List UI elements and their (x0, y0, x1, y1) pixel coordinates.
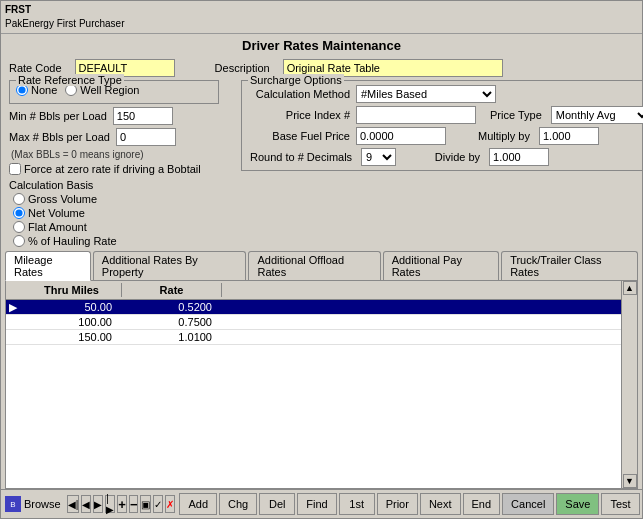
base-fuel-input[interactable] (356, 127, 446, 145)
max-bbls-row: Max # Bbls per Load (9, 128, 219, 146)
cancel-button[interactable]: Cancel (502, 493, 554, 515)
force-zero-checkbox[interactable] (9, 163, 21, 175)
td-rate: 0.5200 (120, 300, 220, 314)
nav-add-btn[interactable]: + (117, 495, 127, 513)
scroll-down-btn[interactable]: ▼ (623, 474, 637, 488)
radio-flat-amount-input[interactable] (13, 221, 25, 233)
price-index-input[interactable] (356, 106, 476, 124)
page-title: Driver Rates Maintenance (1, 34, 642, 55)
nav-del-btn[interactable]: − (129, 495, 139, 513)
tab-truck-trailer-class-rates[interactable]: Truck/Trailer Class Rates (501, 251, 638, 280)
find-button[interactable]: Find (297, 493, 336, 515)
table-header: Thru Miles Rate (6, 281, 621, 300)
table-area: Thru Miles Rate ▶ 50.00 0.5200 100.00 0.… (5, 280, 638, 489)
end-button[interactable]: End (463, 493, 501, 515)
max-bbls-input[interactable] (116, 128, 176, 146)
rate-reference-group: Rate Reference Type None Well Region (9, 80, 219, 104)
calc-basis-radios: Gross Volume Net Volume Flat Amount (9, 193, 219, 247)
surcharge-inner: Calculation Method #Miles Based Flat Rat… (250, 85, 643, 166)
nav-play-btn[interactable]: ▶ (93, 495, 103, 513)
calc-method-label: Calculation Method (250, 88, 350, 100)
rate-code-label: Rate Code (9, 62, 62, 74)
nav-last-btn[interactable]: |▶ (105, 495, 115, 513)
calc-basis-group: Calculation Basis Gross Volume Net Volum… (9, 179, 219, 247)
tab-additional-rates-by-property[interactable]: Additional Rates By Property (93, 251, 247, 280)
calc-method-row: Calculation Method #Miles Based Flat Rat… (250, 85, 643, 103)
app-company: FRST (5, 3, 638, 17)
tab-mileage-rates[interactable]: Mileage Rates (5, 251, 91, 281)
min-bbls-input[interactable] (113, 107, 173, 125)
radio-flat-amount-label: Flat Amount (28, 221, 87, 233)
browse-label: Browse (24, 498, 61, 510)
row-indicator: ▶ (6, 301, 20, 314)
calc-method-select[interactable]: #Miles Based Flat Rate Per Mile (356, 85, 496, 103)
td-thru-miles: 50.00 (20, 300, 120, 314)
base-fuel-label: Base Fuel Price (250, 130, 350, 142)
surcharge-group: Surcharge Options Calculation Method #Mi… (241, 80, 643, 171)
tab-additional-pay-rates[interactable]: Additional Pay Rates (383, 251, 499, 280)
left-column: Rate Reference Type None Well Region (9, 80, 219, 247)
min-bbls-label: Min # Bbls per Load (9, 110, 107, 122)
td-rate: 1.0100 (120, 330, 220, 344)
radio-pct-hauling-input[interactable] (13, 235, 25, 247)
right-column: Surcharge Options Calculation Method #Mi… (231, 80, 643, 247)
price-type-select[interactable]: Monthly Avg Weekly Avg Daily (551, 106, 643, 124)
del-button[interactable]: Del (259, 493, 295, 515)
radio-pct-hauling[interactable]: % of Hauling Rate (13, 235, 219, 247)
first-button[interactable]: 1st (339, 493, 375, 515)
radio-flat-amount[interactable]: Flat Amount (13, 221, 219, 233)
td-thru-miles: 150.00 (20, 330, 120, 344)
add-button[interactable]: Add (179, 493, 217, 515)
nav-first-btn[interactable]: ◀| (67, 495, 80, 513)
scroll-up-btn[interactable]: ▲ (623, 281, 637, 295)
bottom-toolbar: B Browse ◀| ◀ ▶ |▶ + − ▣ ✓ ✗ Add Chg Del… (1, 489, 642, 518)
divide-by-input[interactable] (489, 148, 549, 166)
table-row[interactable]: 150.00 1.0100 (6, 330, 621, 345)
title-bar: FRST PakEnergy First Purchaser (1, 1, 642, 34)
max-note: (Max BBLs = 0 means ignore) (11, 149, 144, 160)
browse-icon: B (5, 496, 21, 512)
force-zero-row: Force at zero rate if driving a Bobtail (9, 163, 219, 175)
nav-save-btn[interactable]: ▣ (140, 495, 151, 513)
multiply-by-input[interactable] (539, 127, 599, 145)
two-col-layout: Rate Reference Type None Well Region (9, 80, 634, 247)
surcharge-title: Surcharge Options (248, 74, 344, 86)
nav-prev-btn[interactable]: ◀ (81, 495, 91, 513)
max-note-row: (Max BBLs = 0 means ignore) (9, 149, 219, 160)
app-company-name: PakEnergy First Purchaser (5, 17, 638, 31)
price-index-label: Price Index # (250, 109, 350, 121)
radio-net-volume-input[interactable] (13, 207, 25, 219)
th-indicator (6, 283, 22, 297)
base-fuel-row: Base Fuel Price Multiply by (250, 127, 643, 145)
multiply-by-label: Multiply by (460, 130, 530, 142)
rate-ref-title: Rate Reference Type (16, 74, 124, 86)
price-index-row: Price Index # Price Type Monthly Avg Wee… (250, 106, 643, 124)
force-zero-label: Force at zero rate if driving a Bobtail (24, 163, 201, 175)
round-select[interactable]: 01234 56789 (361, 148, 396, 166)
radio-gross-volume-label: Gross Volume (28, 193, 97, 205)
main-window: FRST PakEnergy First Purchaser Driver Ra… (0, 0, 643, 519)
browse-section: B Browse (5, 496, 61, 512)
radio-net-volume[interactable]: Net Volume (13, 207, 219, 219)
nav-cancel-btn[interactable]: ✗ (165, 495, 175, 513)
tabs-row: Mileage Rates Additional Rates By Proper… (5, 251, 638, 280)
nav-check-btn[interactable]: ✓ (153, 495, 163, 513)
divide-by-label: Divide by (410, 151, 480, 163)
table-row[interactable]: 100.00 0.7500 (6, 315, 621, 330)
calc-basis-title: Calculation Basis (9, 179, 219, 191)
scrollbar[interactable]: ▲ ▼ (621, 281, 637, 488)
radio-gross-volume[interactable]: Gross Volume (13, 193, 219, 205)
tab-additional-offload-rates[interactable]: Additional Offload Rates (248, 251, 380, 280)
description-label: Description (215, 62, 270, 74)
price-type-label: Price Type (490, 109, 542, 121)
chg-button[interactable]: Chg (219, 493, 257, 515)
max-bbls-label: Max # Bbls per Load (9, 131, 110, 143)
radio-pct-hauling-label: % of Hauling Rate (28, 235, 117, 247)
test-button[interactable]: Test (601, 493, 639, 515)
table-wrapper: Thru Miles Rate ▶ 50.00 0.5200 100.00 0.… (6, 281, 637, 488)
save-button[interactable]: Save (556, 493, 599, 515)
prior-button[interactable]: Prior (377, 493, 418, 515)
next-button[interactable]: Next (420, 493, 461, 515)
radio-gross-volume-input[interactable] (13, 193, 25, 205)
table-row[interactable]: ▶ 50.00 0.5200 (6, 300, 621, 315)
